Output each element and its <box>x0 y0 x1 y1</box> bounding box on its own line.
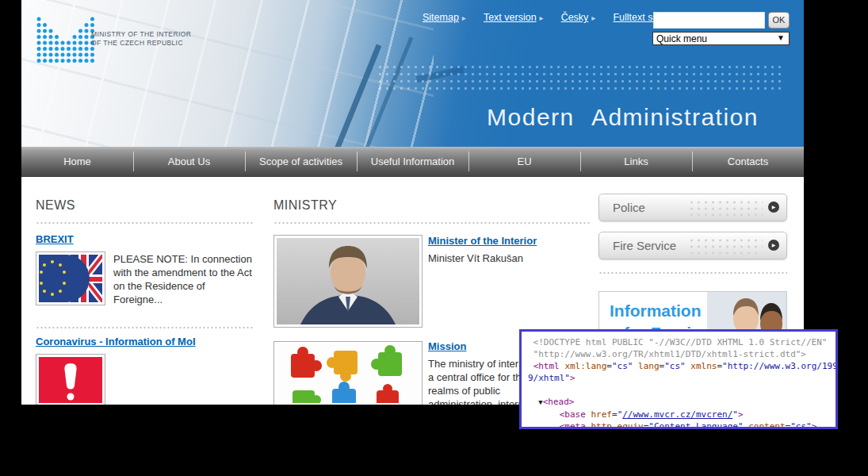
devtools-code-overlay[interactable]: <!DOCTYPE html PUBLIC "-//W3C//DTD XHTML… <box>519 329 838 429</box>
nav-item-contacts[interactable]: Contacts <box>692 147 804 176</box>
news-link-coronavirus[interactable]: Coronavirus - Information of MoI <box>36 336 196 347</box>
divider <box>36 222 254 224</box>
police-button[interactable]: Police ▶ <box>598 194 787 221</box>
mission-puzzle-image[interactable] <box>273 341 423 405</box>
link-cesky[interactable]: Česky▸ <box>561 12 596 23</box>
search-input[interactable] <box>653 12 765 29</box>
divider <box>36 327 254 328</box>
minister-portrait-image[interactable] <box>273 235 423 328</box>
chevron-down-icon: ▼ <box>777 33 785 42</box>
minister-name-text: Minister Vít Rakušan <box>428 251 523 265</box>
quick-menu-label: Quick menu <box>656 33 707 44</box>
code-line: <meta http-equiv="Content-Language" cont… <box>528 420 829 429</box>
arrow-circle-icon: ▶ <box>768 240 779 251</box>
nav-item-about-us[interactable]: About Us <box>133 147 245 176</box>
news-heading: NEWS <box>36 198 75 213</box>
divider <box>273 222 591 224</box>
top-utility-bar: Sitemap▸ Text version▸ Česky▸ Fulltext s… <box>423 12 685 23</box>
fire-service-button[interactable]: Fire Service ▶ <box>598 232 787 259</box>
link-arrow-icon: ▸ <box>462 13 466 22</box>
code-line: <html xml:lang="cs" lang="cs" xmlns="htt… <box>528 360 829 372</box>
nav-item-scope-of-activities[interactable]: Scope of activities <box>245 147 357 176</box>
arrow-circle-icon: ▶ <box>768 202 779 213</box>
button-dots-decoration <box>688 237 763 255</box>
code-line <box>528 384 829 396</box>
code-line: <!DOCTYPE html PUBLIC "-//W3C//DTD XHTML… <box>528 336 829 348</box>
button-dots-decoration <box>688 199 763 217</box>
ministry-dotted-logo-icon <box>36 16 96 65</box>
quick-menu-select[interactable]: Quick menu ▼ <box>652 32 790 45</box>
site-header: MINISTRY OF THE INTERIOR OF THE CZECH RE… <box>21 0 804 147</box>
link-sitemap[interactable]: Sitemap▸ <box>423 12 466 23</box>
ministry-heading: MINISTRY <box>273 198 337 213</box>
divider <box>598 272 787 274</box>
logo-line-1: MINISTRY OF THE INTERIOR <box>91 30 191 39</box>
info-banner-line-1: Information <box>610 301 702 321</box>
decorative-dots-band <box>377 63 786 91</box>
stage: MINISTRY OF THE INTERIOR OF THE CZECH RE… <box>0 0 868 476</box>
nav-item-links[interactable]: Links <box>580 147 692 176</box>
brexit-flags-image[interactable] <box>36 251 105 305</box>
police-button-label: Police <box>613 201 645 214</box>
nav-item-eu[interactable]: EU <box>468 147 580 176</box>
code-line: <base href="//www.mvcr.cz/mvcren/"> <box>528 409 829 420</box>
mission-link[interactable]: Mission <box>428 340 466 352</box>
code-line: "http://www.w3.org/TR/xhtml1/DTD/xhtml1-… <box>528 348 829 360</box>
minister-of-interior-link[interactable]: Minister of the Interior <box>428 235 537 247</box>
nav-item-useful-information[interactable]: Useful Information <box>357 147 468 176</box>
search-ok-button[interactable]: OK <box>768 12 790 29</box>
ministry-logo-text: MINISTRY OF THE INTERIOR OF THE CZECH RE… <box>91 30 191 48</box>
logo-line-2: OF THE CZECH REPUBLIC <box>91 39 191 48</box>
link-arrow-icon: ▸ <box>540 13 544 22</box>
code-line: 9/xhtml"> <box>528 372 829 384</box>
banner-title: Modern Administration <box>487 104 759 131</box>
nav-item-home[interactable]: Home <box>21 147 133 176</box>
coronavirus-alert-image[interactable] <box>36 354 105 405</box>
code-line: ▼<head> <box>528 396 829 409</box>
main-navigation: Home About Us Scope of activities Useful… <box>21 147 804 177</box>
news-link-brexit[interactable]: BREXIT <box>36 233 74 245</box>
link-text-version[interactable]: Text version▸ <box>484 12 544 23</box>
link-arrow-icon: ▸ <box>591 13 595 22</box>
brexit-summary-text: PLEASE NOTE: In connection with the amen… <box>113 252 256 306</box>
fire-service-button-label: Fire Service <box>613 239 676 252</box>
